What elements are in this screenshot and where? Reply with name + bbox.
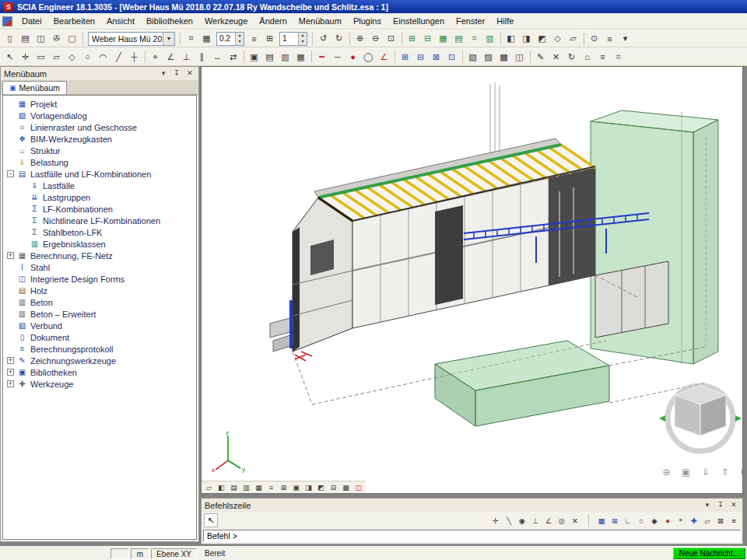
snap-grid-icon[interactable]: ⊞ [262,32,277,46]
angle-icon[interactable]: ∠ [163,50,178,64]
snap-angle-icon[interactable]: ∠ [542,514,555,527]
spin-up-icon[interactable]: ▴ [235,33,244,39]
tree-item-stahlbeton-lfk[interactable]: Σ Stahlbeton-LFK [3,226,196,238]
hatch-c-icon[interactable]: ▩ [496,50,511,64]
tree-item-lastfaelle-lfk[interactable]: - ▤ Lastfälle und LF-Kombinationen [3,168,196,180]
zoom-out-icon[interactable]: ⊖ [368,32,383,46]
combo-arrow-icon[interactable]: ▾ [163,33,174,45]
separator[interactable] [582,514,594,527]
solid-b-icon[interactable]: ▤ [262,50,277,64]
layer-combobox[interactable]: Weber Haus Mü 20 ▾ [88,32,175,46]
shadow-toggle-icon[interactable]: ◨ [303,482,314,493]
workplane-icon[interactable]: ▥ [482,32,497,46]
spin-down-icon[interactable]: ▾ [298,39,307,45]
view-settings-icon[interactable]: ⚙ [737,465,743,479]
red-line-icon[interactable]: ━ [314,50,329,64]
plate-tool-icon[interactable]: ▱ [49,50,64,64]
section-icon[interactable]: ◫ [512,50,527,64]
line-tool-icon[interactable]: ╱ [111,50,126,64]
tree-item-integrierte-design-forms[interactable]: ◫ Integrierte Design Forms [3,273,196,285]
solid-d-icon[interactable]: ▦ [293,50,308,64]
solid-a-icon[interactable]: ▣ [247,50,261,64]
hatch-toggle-icon[interactable]: ▩ [340,482,352,493]
close-icon[interactable]: ✕ [728,500,739,510]
tree-expander-icon[interactable]: + [7,380,14,387]
panel-menu-icon[interactable]: ▾ [158,68,169,79]
tree-item-linienraster[interactable]: ⌗ Linienraster und Geschosse [3,121,196,133]
grid3d-icon[interactable]: ⌗ [467,32,482,46]
stretch-icon[interactable]: ↔ [210,50,225,64]
labels-toggle-icon[interactable]: ≡ [265,482,277,493]
mesh-icon[interactable]: ▦ [436,32,451,46]
tree-item-lastfaelle[interactable]: ⇓ Lastfälle [3,180,196,191]
section-view-icon[interactable]: ◫ [352,482,364,493]
tree-item-lastgruppen[interactable]: ⇊ Lastgruppen [3,191,196,203]
arc-tool-icon[interactable]: ◠ [96,50,110,64]
undo-icon[interactable]: ↺ [316,32,331,46]
render-hidden-icon[interactable]: ◧ [216,482,227,493]
home-view-icon[interactable]: ⌂ [580,50,594,64]
tree-item-projekt[interactable]: ▦ Projekt [3,98,196,110]
snap-node-icon[interactable]: ● [661,514,674,527]
render-textured-icon[interactable]: ▦ [253,482,265,493]
menu-item[interactable]: Bibliotheken [141,14,198,28]
swap-icon[interactable]: ⇄ [226,50,240,64]
perpendicular-icon[interactable]: ⊥ [179,50,194,64]
clip-toggle-icon[interactable]: ⊟ [328,482,339,493]
separator[interactable] [309,51,314,63]
spin-up-icon[interactable]: ▴ [298,33,307,39]
tree-item-verbund[interactable]: ▧ Verbund [3,320,196,331]
save-view-icon[interactable]: ⇓ [698,465,713,479]
hatch-b-icon[interactable]: ▨ [481,50,496,64]
left-steps[interactable] [270,317,293,352]
close-project-icon[interactable]: ▢ [65,32,79,46]
snap-endpoint-icon[interactable]: ✛ [489,514,502,527]
red-node-icon[interactable]: ● [345,50,360,64]
storey-icon[interactable]: ▤ [451,32,466,46]
raster-tool-icon[interactable]: ┼ [127,50,142,64]
zoom-window-icon[interactable]: ⊡ [384,32,398,46]
restore-view-icon[interactable]: ⇑ [717,465,732,479]
beam-tool-icon[interactable]: ▭ [33,50,48,64]
separator[interactable] [498,33,503,45]
axonometry-icon[interactable]: ◇ [550,32,565,46]
tree-item-ergebnisklassen[interactable]: ▥ Ergebnisklassen [3,238,196,250]
snap-circle-icon[interactable]: ◎ [556,514,568,527]
perspective-icon[interactable]: ▱ [566,32,580,46]
dim-angle-icon[interactable]: ∠ [377,50,391,64]
circle-icon[interactable]: ◯ [361,50,376,64]
tree-item-holz[interactable]: ▤ Holz [3,285,196,296]
new-project-icon[interactable]: ▯ [2,32,17,46]
hatch-a-icon[interactable]: ▧ [465,50,480,64]
tree-item-bibliotheken[interactable]: + ▣ Bibliotheken [3,366,196,378]
separator[interactable] [392,51,397,63]
new-message-button[interactable]: Neue Nachricht... [673,548,745,559]
tree-expander-icon[interactable]: + [7,252,14,259]
snap-ortho-icon[interactable]: ∟ [622,514,634,527]
tree-item-dokument[interactable]: ▯ Dokument [3,331,196,343]
light-toggle-icon[interactable]: ◩ [315,482,327,493]
parallel-icon[interactable]: ∥ [195,50,209,64]
menu-item[interactable]: Datei [16,14,47,28]
cell-b-icon[interactable]: ⊟ [413,50,428,64]
tree-item-belastung[interactable]: ⇓ Belastung [3,156,196,168]
edit-icon[interactable]: ✎ [533,50,548,64]
tree-item-berechnung-fe-netz[interactable]: + ▦ Berechnung, FE-Netz [3,250,196,261]
render-solid-icon[interactable]: ▥ [240,482,252,493]
snap-settings-icon[interactable]: ≡ [728,514,740,527]
scale-list-icon[interactable]: ≡ [247,32,261,46]
menu-item[interactable]: Ändern [254,14,292,28]
snap-line-icon[interactable]: ╲ [503,514,515,527]
tree-item-beton-erweitert[interactable]: ▥ Beton – Erweitert [3,308,196,320]
menu-item[interactable]: Fenster [451,14,490,28]
green-slab-front[interactable] [435,341,609,426]
snap-center-icon[interactable]: ⌖ [675,514,687,527]
cell-d-icon[interactable]: ⊡ [444,50,459,64]
tree-item-zeichnungswerkzeuge[interactable]: + ✎ Zeichnungswerkzeuge [3,355,196,366]
cell-c-icon[interactable]: ⊠ [429,50,444,64]
list-icon[interactable]: ≡ [595,50,610,64]
mdi-child-icon[interactable] [2,16,12,26]
view-cube-icon[interactable]: ▣ [679,465,693,479]
navigation-cube[interactable] [658,373,743,460]
thin-line-icon[interactable]: ─ [330,50,345,64]
